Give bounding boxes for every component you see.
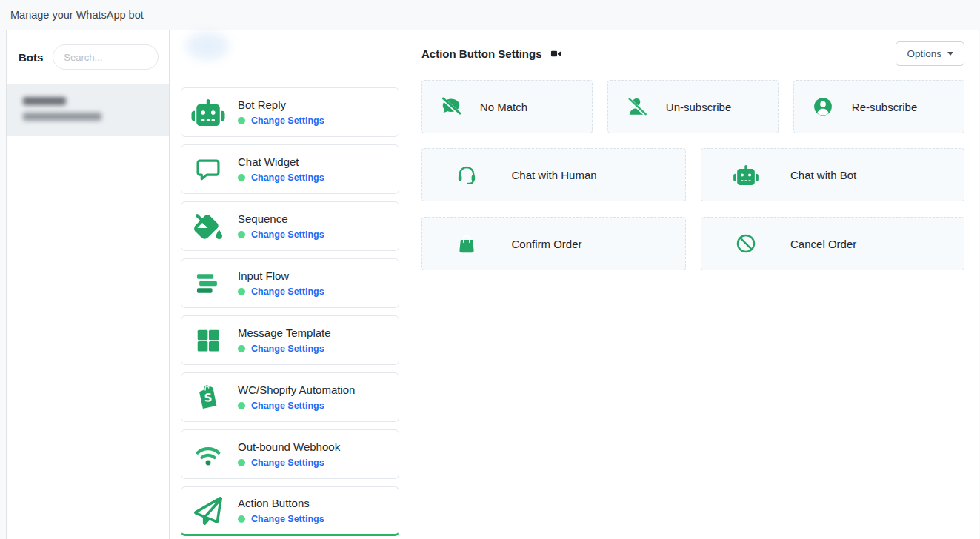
change-settings-link[interactable]: Change Settings — [251, 116, 324, 126]
status-dot — [238, 515, 245, 523]
status-dot — [238, 174, 245, 181]
user-circle-icon — [794, 96, 852, 118]
shopify-icon: S — [187, 384, 229, 412]
change-settings-link[interactable]: Change Settings — [251, 514, 324, 524]
change-settings-link[interactable]: Change Settings — [251, 173, 324, 183]
bars-icon — [187, 270, 229, 298]
action-button-un-subscribe[interactable]: Un-subscribe — [607, 80, 779, 133]
options-button[interactable]: Options — [896, 41, 964, 66]
action-button-chat-with-human[interactable]: Chat with Human — [421, 148, 686, 201]
bot-list-item-selected[interactable] — [7, 84, 169, 136]
feature-card-action-buttons[interactable]: Action Buttons Change Settings — [181, 486, 399, 536]
action-button-settings-panel: Action Button Settings Options No Match — [410, 30, 979, 539]
feature-title: Input Flow — [238, 270, 324, 282]
shopping-bag-icon — [422, 232, 512, 255]
feature-title: Sequence — [238, 212, 324, 225]
chat-bubble-icon — [187, 155, 229, 184]
action-button-label: No Match — [480, 101, 527, 113]
main-panel: Bots Bot Reply Change Settings — [6, 30, 979, 539]
svg-text:S: S — [204, 391, 213, 405]
wifi-icon — [187, 441, 229, 469]
status-dot — [238, 288, 245, 295]
action-button-label: Chat with Bot — [790, 169, 856, 181]
change-settings-link[interactable]: Change Settings — [251, 287, 324, 297]
action-button-label: Un-subscribe — [666, 101, 731, 113]
panel-title: Action Button Settings — [421, 47, 541, 60]
feature-card-chat-widget[interactable]: Chat Widget Change Settings — [181, 144, 399, 194]
action-button-label: Re-subscribe — [852, 101, 917, 113]
feature-title: Out-bound Webhook — [238, 441, 340, 453]
redacted-bot-name — [23, 97, 66, 105]
action-button-label: Chat with Human — [512, 169, 597, 181]
change-settings-link[interactable]: Change Settings — [251, 344, 324, 354]
action-button-chat-with-bot[interactable]: Chat with Bot — [701, 148, 965, 201]
feature-card-outbound-webhook[interactable]: Out-bound Webhook Change Settings — [181, 429, 399, 479]
ban-icon — [701, 232, 791, 255]
action-button-cancel-order[interactable]: Cancel Order — [701, 217, 965, 270]
robot-icon — [701, 165, 791, 185]
page-title: Manage your WhatsApp bot — [10, 9, 144, 21]
status-dot — [238, 231, 245, 238]
chevron-down-icon — [947, 52, 953, 56]
grid-icon — [187, 327, 229, 355]
robot-icon — [187, 99, 229, 126]
feature-card-sequence[interactable]: Sequence Change Settings — [181, 201, 399, 251]
status-dot — [238, 459, 245, 466]
feature-card-wc-shopify[interactable]: S WC/Shopify Automation Change Settings — [181, 372, 399, 422]
feature-title: WC/Shopify Automation — [238, 384, 355, 396]
feature-title: Action Buttons — [238, 497, 324, 509]
bots-sidebar: Bots — [7, 30, 170, 539]
paper-plane-icon — [187, 497, 229, 525]
bots-heading: Bots — [19, 51, 43, 64]
feature-card-message-template[interactable]: Message Template Change Settings — [181, 315, 399, 365]
action-button-label: Cancel Order — [790, 238, 856, 250]
action-button-re-subscribe[interactable]: Re-subscribe — [793, 80, 964, 133]
action-button-no-match[interactable]: No Match — [421, 80, 593, 133]
action-button-label: Confirm Order — [512, 238, 582, 250]
status-dot — [238, 345, 245, 352]
fill-drip-icon — [187, 212, 229, 241]
feature-title: Chat Widget — [238, 155, 324, 168]
change-settings-link[interactable]: Change Settings — [251, 458, 324, 468]
change-settings-link[interactable]: Change Settings — [251, 401, 324, 411]
feature-card-input-flow[interactable]: Input Flow Change Settings — [181, 258, 399, 308]
options-button-label: Options — [907, 48, 941, 59]
change-settings-link[interactable]: Change Settings — [251, 230, 324, 240]
sidebar-header: Bots — [7, 30, 169, 84]
action-buttons-row-3: Confirm Order Cancel Order — [421, 217, 964, 270]
feature-title: Message Template — [238, 327, 331, 339]
bots-search-input[interactable] — [53, 44, 159, 70]
action-buttons-row-2: Chat with Human Chat with Bot — [421, 148, 964, 201]
status-dot — [238, 117, 245, 124]
topbar: Manage your WhatsApp bot — [0, 0, 980, 30]
comment-slash-icon — [422, 96, 480, 118]
action-button-confirm-order[interactable]: Confirm Order — [421, 217, 686, 270]
feature-title: Bot Reply — [238, 98, 324, 111]
redacted-bot-number — [23, 113, 101, 121]
action-buttons-row-1: No Match Un-subscribe Re-subscribe — [421, 80, 964, 133]
headset-icon — [422, 164, 512, 186]
feature-card-bot-reply[interactable]: Bot Reply Change Settings — [181, 87, 399, 137]
feature-card-list: Bot Reply Change Settings Chat Widget Ch… — [181, 87, 399, 536]
blurred-blob — [186, 32, 229, 60]
status-dot — [238, 402, 245, 409]
features-column: Bot Reply Change Settings Chat Widget Ch… — [170, 30, 410, 539]
video-camera-icon[interactable] — [550, 48, 562, 59]
user-slash-icon — [608, 96, 666, 118]
